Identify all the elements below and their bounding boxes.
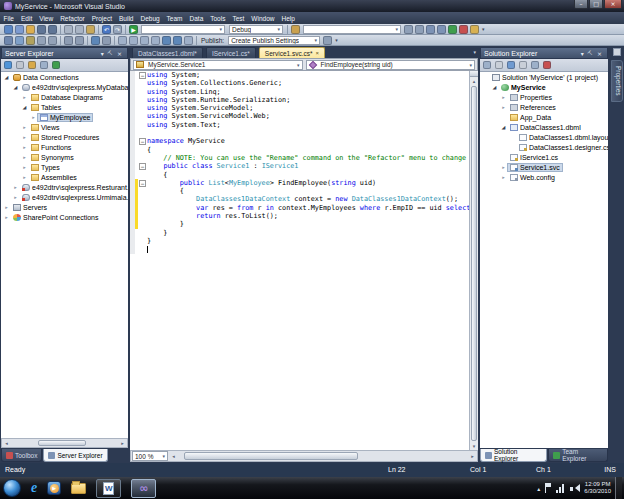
menu-tools[interactable]: Tools <box>207 12 229 24</box>
menu-refactor[interactable]: Refactor <box>57 12 89 24</box>
view-in-browser-icon[interactable] <box>140 36 149 45</box>
save-all-icon[interactable] <box>48 25 57 34</box>
expand-arrow-icon[interactable]: ▸ <box>500 94 507 100</box>
tree-item-dataclasses1-dbml-layout[interactable]: DataClasses1.dbml.layout <box>480 132 608 142</box>
fold-margin[interactable]: − <box>138 137 147 145</box>
collapse-region-icon[interactable]: − <box>139 180 146 187</box>
scroll-left-icon[interactable]: ◂ <box>2 440 11 446</box>
expand-arrow-icon[interactable]: ▸ <box>30 114 37 120</box>
fold-margin[interactable]: − <box>138 179 147 187</box>
code-editor[interactable]: −using System;using System.Collections.G… <box>130 71 469 450</box>
network-icon[interactable] <box>556 484 566 493</box>
document-tab-dataclasses1-dbml[interactable]: DataClasses1.dbml* <box>132 47 203 58</box>
expand-arrow-icon[interactable]: ▸ <box>21 174 28 180</box>
start-button[interactable] <box>3 479 21 497</box>
show-sql-pane-icon[interactable] <box>37 36 46 45</box>
expand-arrow-icon[interactable]: ▸ <box>12 194 19 200</box>
scroll-right-icon[interactable]: ▸ <box>468 453 477 459</box>
close-panel-icon[interactable]: × <box>595 50 604 57</box>
expand-arrow-icon[interactable]: ▸ <box>21 154 28 160</box>
new-query-icon[interactable] <box>15 36 24 45</box>
collapse-region-icon[interactable]: − <box>139 163 146 170</box>
view-code-icon[interactable] <box>531 61 539 69</box>
connect-to-database-icon[interactable] <box>28 61 36 69</box>
tree-item-solution-myservice-1-project[interactable]: Solution 'MyService' (1 project) <box>480 72 608 82</box>
menu-file[interactable]: File <box>0 12 17 24</box>
collapse-arrow-icon[interactable]: ◢ <box>21 104 28 110</box>
find-in-files-icon[interactable] <box>291 25 300 34</box>
menu-team[interactable]: Team <box>163 12 186 24</box>
zoom-combo[interactable]: 100 %▾ <box>132 451 168 461</box>
tree-item-references[interactable]: ▸References <box>480 102 608 112</box>
database-diagram-icon[interactable] <box>4 36 13 45</box>
new-project-icon[interactable] <box>4 25 13 34</box>
execute-query-icon[interactable] <box>173 36 182 45</box>
tree-item-servers[interactable]: ▸Servers <box>1 202 128 212</box>
cut-icon[interactable] <box>64 25 73 34</box>
collapse-arrow-icon[interactable]: ◢ <box>491 84 498 90</box>
volume-icon[interactable] <box>570 484 580 493</box>
collapse-region-icon[interactable]: − <box>139 72 146 79</box>
find-combo[interactable]: ▾ <box>303 25 401 34</box>
expand-arrow-icon[interactable]: ▸ <box>21 124 28 130</box>
tree-item-app-data[interactable]: App_Data <box>480 112 608 122</box>
tree-item-data-connections[interactable]: ◢Data Connections <box>1 72 128 82</box>
expand-arrow-icon[interactable]: ▸ <box>21 94 28 100</box>
members-dropdown[interactable]: FindEmployee(string uid) ▾ <box>306 60 476 70</box>
toolbox-icon[interactable] <box>459 25 468 34</box>
scroll-up-icon[interactable]: ▴ <box>470 77 478 85</box>
validate-document-icon[interactable] <box>129 36 138 45</box>
publish-profile-combo[interactable]: Create Publish Settings▾ <box>228 36 320 45</box>
view-class-diagram-icon[interactable] <box>519 61 527 69</box>
expand-arrow-icon[interactable]: ▸ <box>21 134 28 140</box>
collapse-arrow-icon[interactable]: ◢ <box>500 124 507 130</box>
tree-item-e492dtrv-sqlexpress-urmimala-dbo[interactable]: ▸e492dtrv\sqlexpress.Urmimala.dbo <box>1 192 128 202</box>
show-results-pane-icon[interactable] <box>48 36 57 45</box>
refresh-icon[interactable] <box>507 61 515 69</box>
expand-arrow-icon[interactable]: ▸ <box>500 164 507 170</box>
start-debugging-icon[interactable]: ▶ <box>129 25 138 34</box>
menu-debug[interactable]: Debug <box>137 12 163 24</box>
tree-item-tables[interactable]: ◢Tables <box>1 102 128 112</box>
save-query-icon[interactable] <box>162 36 171 45</box>
tab-team-explorer[interactable]: Team Explorer <box>548 449 608 462</box>
properties-window-icon[interactable] <box>437 25 446 34</box>
show-all-files-icon[interactable] <box>495 61 503 69</box>
tab-solution-explorer[interactable]: Solution Explorer <box>480 449 547 462</box>
open-file-icon[interactable] <box>26 25 35 34</box>
tree-item-dataclasses1-dbml[interactable]: ◢DataClasses1.dbml <box>480 122 608 132</box>
tree-item-web-config[interactable]: ▸Web.config <box>480 172 608 182</box>
close-panel-icon[interactable]: × <box>115 50 124 57</box>
close-tab-icon[interactable]: × <box>316 50 320 56</box>
display-markup-icon[interactable] <box>118 36 127 45</box>
expand-arrow-icon[interactable]: ▸ <box>500 104 507 110</box>
show-desktop-button[interactable] <box>615 477 622 499</box>
clock[interactable]: 12:09 PM 6/30/2010 <box>584 481 611 495</box>
comment-selection-icon[interactable] <box>91 36 100 45</box>
expand-arrow-icon[interactable]: ▸ <box>500 174 507 180</box>
copy-icon[interactable] <box>75 25 84 34</box>
expand-arrow-icon[interactable]: ▸ <box>21 164 28 170</box>
tab-toolbox[interactable]: Toolbox <box>1 449 42 462</box>
tree-item-database-diagrams[interactable]: ▸Database Diagrams <box>1 92 128 102</box>
tree-item-myservice[interactable]: ◢MyService <box>480 82 608 92</box>
scrollbar-thumb[interactable] <box>471 86 477 441</box>
collapse-region-icon[interactable]: − <box>139 138 146 145</box>
indent-decrease-icon[interactable] <box>64 36 73 45</box>
scrollbar-thumb[interactable] <box>38 440 86 446</box>
menu-edit[interactable]: Edit <box>17 12 35 24</box>
save-icon[interactable] <box>37 25 46 34</box>
menu-data[interactable]: Data <box>186 12 207 24</box>
undo-icon[interactable]: ↶ <box>102 25 111 34</box>
tree-item-iservice1-cs[interactable]: IService1.cs <box>480 152 608 162</box>
tree-item-types[interactable]: ▸Types <box>1 162 128 172</box>
tree-item-e492dtrv-sqlexpress-mydatabase-c[interactable]: ◢e492dtrv\sqlexpress.MyDatabase.c <box>1 82 128 92</box>
windows-media-player-icon[interactable] <box>47 481 61 495</box>
uncomment-selection-icon[interactable] <box>102 36 111 45</box>
stop-execution-icon[interactable] <box>184 36 193 45</box>
close-button[interactable]: × <box>604 0 622 9</box>
tab-server-explorer[interactable]: Server Explorer <box>43 449 107 462</box>
visual-studio-window-button[interactable]: ∞ <box>131 479 156 498</box>
start-page-icon[interactable] <box>470 25 479 34</box>
object-browser-icon[interactable] <box>448 25 457 34</box>
